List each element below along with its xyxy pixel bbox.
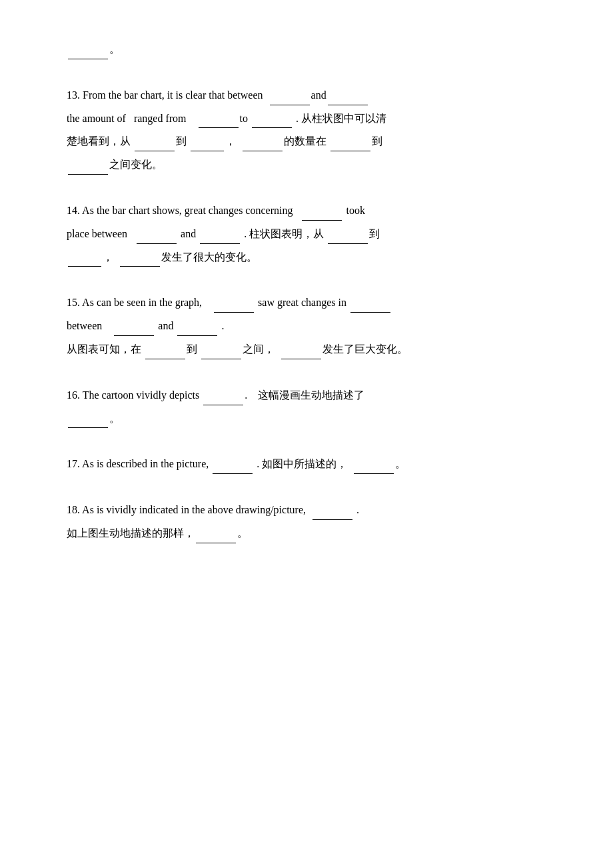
blank-18-2 [196, 543, 236, 543]
blank-14-2 [137, 243, 177, 244]
item-16-zh-line2: 。 [67, 409, 560, 429]
blank-15-5 [145, 359, 185, 359]
blank-13-7 [243, 151, 283, 151]
blank-15-6 [201, 359, 241, 359]
item-15-zh-line1: 从图表可知，在 到 之间， 发生了巨大变化。 [67, 340, 560, 359]
top-period: 。 [109, 43, 120, 55]
blank-13-9 [68, 174, 108, 175]
item-14-zh-line2: ， 发生了很大的变化。 [67, 248, 560, 267]
item-13-en-line1: 13. From the bar chart, it is clear that… [67, 86, 560, 105]
item-14: 14. As the bar chart shows, great change… [67, 201, 560, 267]
blank-15-7 [281, 359, 321, 359]
item-13-en-line2: the amount of ranged from to . 从柱状图中可以清 [67, 109, 560, 129]
item-17: 17. As is described in the picture, . 如图… [67, 455, 560, 474]
blank-13-3 [199, 127, 239, 128]
item-14-en-line2: place between and . 柱状图表明，从 到 [67, 225, 560, 244]
blank-13-2 [328, 105, 368, 105]
blank-13-1 [270, 105, 310, 105]
item-18-zh-line1: 如上图生动地描述的那样，。 [67, 524, 560, 543]
item-16-en-line1: 16. The cartoon vividly depicts . 这幅漫画生动… [67, 386, 560, 405]
blank-16-1 [203, 405, 243, 405]
item-18: 18. As is vividly indicated in the above… [67, 501, 560, 543]
blank-17-2 [354, 473, 394, 474]
blank-15-2 [350, 312, 390, 313]
blank-13-4 [252, 127, 292, 128]
blank-14-1 [302, 220, 342, 221]
blank-14-5 [68, 266, 101, 267]
item-13-zh-line1: 楚地看到，从 到 ， 的数量在 到 [67, 132, 560, 151]
item-16: 16. The cartoon vividly depicts . 这幅漫画生动… [67, 386, 560, 429]
item-14-en-line1: 14. As the bar chart shows, great change… [67, 201, 560, 221]
item-13-zh-line2: 之间变化。 [67, 155, 560, 175]
item-15-en-line1: 15. As can be seen in the graph, saw gre… [67, 293, 560, 313]
item-13: 13. From the bar chart, it is clear that… [67, 86, 560, 175]
blank-15-1 [214, 312, 254, 313]
blank-14-4 [328, 243, 368, 244]
blank-16-2 [68, 427, 108, 428]
page-content: 。 13. From the bar chart, it is clear th… [67, 40, 560, 543]
top-blank-section: 。 [67, 40, 560, 59]
item-15-en-line2: between and . [67, 317, 560, 336]
blank-14-3 [200, 243, 240, 244]
blank-13-5 [135, 151, 175, 151]
blank-15-4 [177, 335, 217, 336]
top-blank-1 [68, 59, 108, 59]
blank-13-8 [330, 151, 370, 151]
item-15: 15. As can be seen in the graph, saw gre… [67, 293, 560, 359]
item-18-en-line1: 18. As is vividly indicated in the above… [67, 501, 560, 520]
item-17-line1: 17. As is described in the picture, . 如图… [67, 455, 560, 474]
blank-13-6 [191, 151, 224, 151]
blank-18-1 [312, 519, 352, 520]
blank-17-1 [213, 473, 253, 474]
blank-15-3 [114, 335, 154, 336]
top-blank-line: 。 [67, 40, 560, 59]
blank-14-6 [120, 266, 160, 267]
